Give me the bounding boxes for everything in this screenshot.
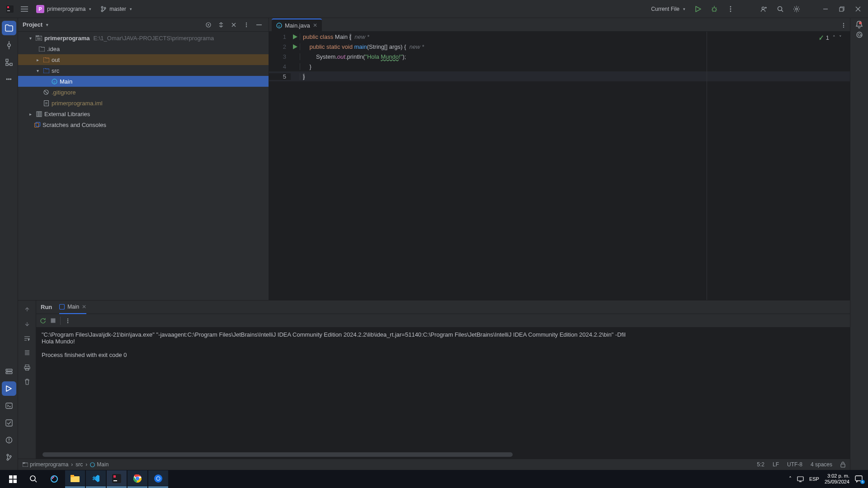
console-up-button[interactable] — [21, 303, 33, 316]
file-explorer-taskbar-icon[interactable] — [65, 470, 85, 488]
window-close-button[interactable] — [852, 3, 864, 15]
run-config-tab[interactable]: Main ✕ — [59, 300, 86, 314]
scratches-icon — [33, 122, 41, 127]
svg-rect-17 — [10, 63, 12, 66]
window-restore-button[interactable] — [835, 3, 848, 15]
encoding-label[interactable]: UTF-8 — [787, 461, 802, 468]
line-separator-label[interactable]: LF — [773, 461, 779, 468]
debug-button[interactable] — [708, 3, 721, 15]
chevron-down-icon[interactable]: ˅ — [839, 35, 842, 41]
breadcrumb-label: primerprograma — [30, 461, 68, 468]
run-button[interactable] — [692, 3, 704, 15]
svg-rect-43 — [38, 112, 40, 117]
indent-label[interactable]: 4 spaces — [811, 461, 832, 468]
tree-project-root[interactable]: ▾ primerprograma E:\1_Omar\JAVA-PROJECTS… — [18, 33, 269, 43]
run-config-selector[interactable]: Current File ▾ — [648, 4, 688, 14]
run-toolwindow-button[interactable] — [2, 381, 16, 396]
run-console-output[interactable]: "C:\Program Files\Java\jdk-21\bin\java.e… — [36, 328, 850, 459]
settings-button[interactable] — [790, 3, 803, 15]
search-taskbar-button[interactable] — [24, 470, 43, 488]
console-down-button[interactable] — [21, 318, 33, 330]
main-menu-button[interactable] — [18, 3, 31, 15]
project-tool-title: Project — [23, 21, 42, 28]
more-run-actions-button[interactable] — [724, 3, 737, 15]
copilot-taskbar-icon[interactable] — [44, 470, 64, 488]
start-menu-button[interactable] — [3, 470, 23, 488]
breadcrumb-class[interactable]: Main — [90, 461, 108, 468]
more-toolwindows-button[interactable]: ••• — [2, 72, 16, 87]
source-folder-icon — [42, 68, 50, 73]
structure-toolwindow-button[interactable] — [2, 55, 16, 70]
git-branch-selector[interactable]: master ▾ — [97, 4, 136, 14]
editor-tab-label: Main.java — [285, 22, 310, 29]
tray-network-icon[interactable] — [797, 476, 804, 482]
run-line-gutter-icon[interactable] — [291, 34, 300, 39]
ai-assistant-button[interactable] — [856, 31, 863, 38]
tree-external-libraries[interactable]: ▸ External Libraries — [18, 108, 269, 119]
vscode-taskbar-icon[interactable] — [86, 470, 106, 488]
chrome-taskbar-icon[interactable] — [127, 470, 147, 488]
run-more-button[interactable] — [65, 318, 71, 324]
collapse-all-button[interactable] — [229, 20, 239, 30]
close-run-tab-button[interactable]: ✕ — [82, 304, 86, 310]
editor-body[interactable]: 1 ˄ ˅ 1 public class Main { new * 2 — [269, 32, 850, 300]
editor-inspections-widget[interactable]: 1 ˄ ˅ — [818, 34, 842, 41]
tree-gitignore-file[interactable]: .gitignore — [18, 87, 269, 98]
svg-rect-63 — [841, 464, 845, 467]
tree-src-folder[interactable]: ▾ src — [18, 65, 269, 76]
tree-root-name: primerprograma — [44, 35, 90, 42]
clear-all-button[interactable] — [21, 375, 33, 388]
tree-iml-file[interactable]: primerprograma.iml — [18, 98, 269, 108]
build-toolwindow-button[interactable] — [2, 416, 16, 430]
services-toolwindow-button[interactable] — [2, 364, 16, 379]
project-selector[interactable]: P primerprograma ▾ — [33, 3, 95, 15]
scroll-to-end-button[interactable] — [21, 347, 33, 359]
vcs-toolwindow-button[interactable] — [2, 450, 16, 465]
code-with-me-button[interactable] — [758, 3, 770, 15]
svg-rect-52 — [25, 365, 29, 366]
editor-tab-main[interactable]: c Main.java ✕ — [272, 19, 322, 31]
select-opened-file-button[interactable] — [203, 20, 213, 30]
svg-point-25 — [9, 441, 9, 442]
rerun-button[interactable] — [40, 318, 46, 324]
tree-idea-folder[interactable]: .idea — [18, 43, 269, 54]
caret-position-label[interactable]: 5:2 — [757, 461, 764, 468]
language-label[interactable]: ESP — [809, 476, 819, 482]
terminal-toolwindow-button[interactable] — [2, 399, 16, 413]
chevron-up-icon[interactable]: ˄ — [833, 35, 835, 41]
chevron-down-icon[interactable]: ▾ — [46, 23, 48, 27]
tree-options-button[interactable] — [241, 20, 251, 30]
notifications-button[interactable] — [856, 21, 863, 28]
stop-button[interactable] — [51, 318, 56, 323]
console-horizontal-scrollbar[interactable] — [42, 452, 513, 457]
chrome-canary-taskbar-icon[interactable] — [148, 470, 168, 488]
clock-date: 25/09/2024 — [825, 479, 849, 485]
window-minimize-button[interactable] — [819, 3, 832, 15]
run-line-gutter-icon[interactable] — [291, 44, 300, 49]
intellij-taskbar-icon[interactable] — [107, 470, 127, 488]
print-button[interactable] — [21, 361, 33, 374]
action-center-icon[interactable]: 5 — [855, 475, 863, 483]
tray-chevron-up-icon[interactable]: ˄ — [789, 476, 792, 482]
tree-item-label: Scratches and Consoles — [42, 122, 106, 128]
project-toolwindow-button[interactable] — [2, 21, 16, 35]
breadcrumb-project[interactable]: primerprograma — [23, 461, 68, 468]
taskbar-clock[interactable]: 3:02 p. m. 25/09/2024 — [825, 473, 849, 485]
hide-panel-button[interactable] — [254, 20, 264, 30]
tree-out-folder[interactable]: ▸ out — [18, 54, 269, 65]
soft-wrap-button[interactable] — [21, 332, 33, 345]
svg-point-49 — [843, 23, 844, 24]
tree-scratches[interactable]: Scratches and Consoles — [18, 119, 269, 130]
breadcrumb-src[interactable]: src — [75, 461, 83, 468]
editor-tab-options-button[interactable] — [837, 19, 850, 31]
warning-indicator[interactable]: 1 — [818, 34, 829, 41]
expand-all-button[interactable] — [216, 20, 226, 30]
commit-toolwindow-button[interactable] — [2, 38, 16, 52]
problems-toolwindow-button[interactable] — [2, 433, 16, 447]
left-tool-strip: ••• — [0, 18, 18, 470]
svg-rect-45 — [34, 123, 38, 127]
search-everywhere-button[interactable] — [774, 3, 787, 15]
tree-main-class[interactable]: c Main — [18, 76, 269, 87]
close-tab-button[interactable]: ✕ — [313, 22, 317, 28]
readonly-toggle-icon[interactable] — [840, 462, 845, 468]
